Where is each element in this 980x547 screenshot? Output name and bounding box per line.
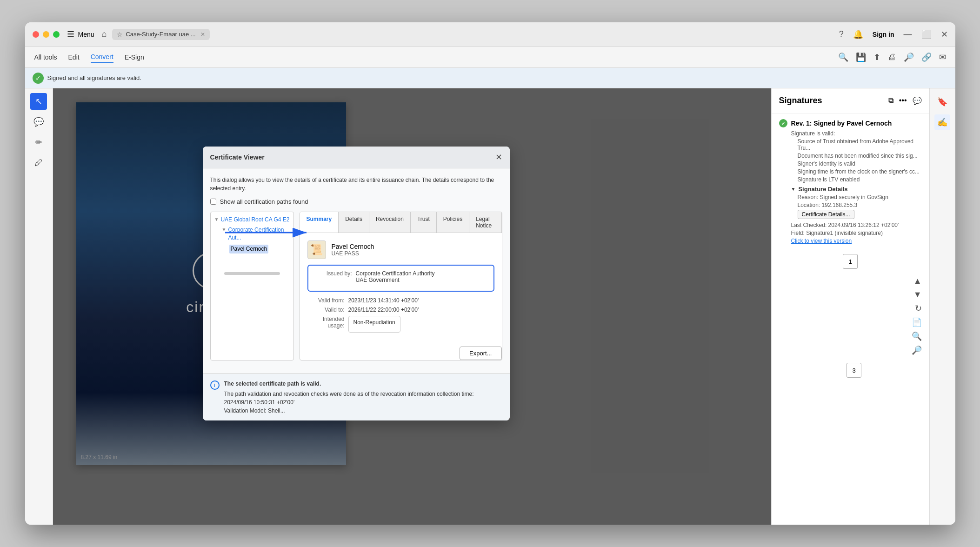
tree-item-leaf[interactable]: Pavel Cernoch — [229, 245, 290, 253]
comment-tool-button[interactable]: 💬 — [30, 113, 47, 130]
signatures-header: Signatures ⧉ ••• 💬 — [772, 88, 929, 113]
issued-by-box: Issued by: Corporate Certification Autho… — [307, 265, 494, 292]
verified-check-icon: ✓ — [33, 73, 44, 84]
valid-to-label: Valid to: — [307, 307, 345, 313]
show-all-paths-checkbox[interactable] — [210, 199, 216, 205]
more-icon[interactable]: ••• — [899, 96, 907, 105]
valid-from-value: 2023/11/23 14:31:40 +02'00' — [348, 297, 419, 304]
title-bar: ☰ Menu ⌂ ☆ Case-Study-Emaar uae ... ✕ ? … — [25, 22, 955, 47]
tab[interactable]: ☆ Case-Study-Emaar uae ... ✕ — [112, 29, 209, 40]
sig-details-section: ▼ Signature Details — [791, 186, 922, 193]
copy-icon[interactable]: ⧉ — [888, 96, 893, 105]
expand-arrow-icon[interactable]: ▼ — [913, 290, 922, 300]
collapse-icon[interactable]: ▼ — [791, 187, 796, 192]
close-button[interactable] — [33, 31, 39, 38]
traffic-lights — [33, 31, 60, 38]
certificate-viewer-dialog: Certificate Viewer ✕ This dialog allows … — [203, 147, 510, 420]
export-button[interactable]: Export... — [460, 347, 501, 360]
bookmark-icon[interactable]: 🔖 — [934, 94, 950, 110]
menu-label[interactable]: Menu — [78, 31, 94, 38]
footer-desc-text: The path validation and revocation check… — [224, 390, 502, 407]
tab-policies[interactable]: Policies — [437, 212, 469, 233]
select-tool-button[interactable]: ↖ — [30, 93, 47, 110]
tab-close-icon[interactable]: ✕ — [200, 31, 205, 38]
issued-by-name: Corporate Certification Authority — [356, 270, 435, 277]
sig-signing-time: Signing time is from the clock on the si… — [798, 168, 922, 175]
tab-revocation[interactable]: Revocation — [369, 212, 411, 233]
tab-title: Case-Study-Emaar uae ... — [126, 31, 195, 38]
toolbar-all-tools[interactable]: All tools — [34, 52, 57, 63]
upload-icon[interactable]: ⬆ — [873, 52, 880, 62]
toolbar-convert[interactable]: Convert — [91, 51, 113, 63]
zoom-icon[interactable]: 🔎 — [904, 52, 914, 62]
search-icon[interactable]: 🔍 — [838, 52, 848, 62]
draw-tool-button[interactable]: 🖊 — [30, 154, 47, 171]
zoom-in-icon[interactable]: 🔍 — [912, 331, 922, 341]
dialog-header: Certificate Viewer ✕ — [203, 147, 510, 168]
print-icon[interactable]: 🖨 — [888, 52, 896, 62]
tab-trust[interactable]: Trust — [411, 212, 437, 233]
save-icon[interactable]: 💾 — [856, 52, 866, 62]
hamburger-icon[interactable]: ☰ — [67, 29, 74, 40]
title-bar-right: ? 🔔 Sign in — ⬜ ✕ — [839, 29, 948, 40]
minimize-icon[interactable]: — — [904, 29, 912, 39]
document-icon[interactable]: 📄 — [912, 317, 922, 327]
dialog-body: This dialog allows you to view the detai… — [203, 168, 510, 374]
refresh-icon[interactable]: ↻ — [915, 303, 922, 314]
cert-person-info: Pavel Cernoch UAE PASS — [332, 243, 374, 257]
verified-text: Signed and all signatures are valid. — [47, 74, 141, 81]
footer-valid-text: The selected certificate path is valid. — [224, 380, 502, 388]
footer-text-area: The selected certificate path is valid. … — [224, 380, 502, 415]
dialog-close-button[interactable]: ✕ — [495, 152, 502, 162]
issued-by-label: Issued by: — [315, 270, 352, 277]
restore-icon[interactable]: ⬜ — [921, 29, 932, 40]
toolbar-esign[interactable]: E-Sign — [125, 52, 144, 63]
maximize-button[interactable] — [53, 31, 60, 38]
sig-details-label: Signature Details — [798, 186, 847, 193]
tree-intermediate-label: Corporate Certification Aut... — [228, 226, 289, 242]
zoom-out-icon[interactable]: 🔎 — [912, 345, 922, 355]
cert-person-name: Pavel Cernoch — [332, 243, 374, 250]
sign-in-label[interactable]: Sign in — [873, 31, 894, 38]
sig-valid-label: Signature is valid: — [791, 130, 922, 137]
tree-scrollbar[interactable] — [224, 272, 280, 275]
tree-item-intermediate[interactable]: ▼ Corporate Certification Aut... — [222, 226, 290, 242]
tab-legal-notice[interactable]: Legal Notice — [469, 212, 501, 233]
window-close-icon[interactable]: ✕ — [941, 29, 948, 40]
main-toolbar: All tools Edit Convert E-Sign 🔍 💾 ⬆ 🖨 🔎 … — [25, 47, 955, 68]
footer-info-row: i The selected certificate path is valid… — [210, 380, 502, 415]
panel-header-icons: ⧉ ••• 💬 — [888, 96, 922, 105]
mail-icon[interactable]: ✉ — [939, 52, 946, 62]
intended-usage-box: Non-Repudiation — [348, 316, 400, 333]
certificate-tabs: Summary Details Revocation Trust Policie… — [300, 212, 502, 233]
cert-org: UAE PASS — [332, 250, 374, 257]
view-version-link[interactable]: Click to view this version — [791, 238, 922, 244]
notification-icon[interactable]: 🔔 — [853, 29, 863, 40]
collapse-arrow-icon[interactable]: ▲ — [913, 276, 922, 286]
tree-child-area: ▼ Corporate Certification Aut... Pavel C… — [222, 226, 290, 253]
dialog-overlay: Certificate Viewer ✕ This dialog allows … — [53, 88, 771, 525]
sig-rev-label: Rev. 1: Signed by Pavel Cernoch — [791, 120, 892, 127]
info-icon: i — [210, 380, 220, 390]
edit-tool-button[interactable]: ✏ — [30, 134, 47, 151]
tree-item-root[interactable]: ▼ UAE Global Root CA G4 E2 — [214, 216, 290, 224]
home-icon[interactable]: ⌂ — [102, 29, 107, 39]
tab-summary[interactable]: Summary — [300, 212, 339, 233]
certificate-detail-panel: Summary Details Revocation Trust Policie… — [300, 212, 502, 360]
sig-ltv-enabled: Signature is LTV enabled — [798, 176, 922, 183]
sig-location: Location: 192.168.255.3 — [798, 202, 922, 208]
certificate-content: 📜 Pavel Cernoch UAE PASS — [300, 233, 502, 343]
signature-panel-icon[interactable]: ✍ — [934, 114, 950, 130]
cert-details-button[interactable]: Certificate Details... — [798, 210, 854, 219]
tree-child-leaf-area: Pavel Cernoch — [229, 245, 290, 253]
export-row: Export... — [300, 347, 502, 360]
toolbar-edit[interactable]: Edit — [68, 52, 80, 63]
sig-field: Field: Signature1 (invisible signature) — [791, 230, 922, 236]
comment-icon[interactable]: 💬 — [913, 96, 922, 105]
help-icon[interactable]: ? — [839, 29, 844, 39]
dialog-title: Certificate Viewer — [210, 153, 265, 161]
link-icon[interactable]: 🔗 — [921, 52, 932, 62]
signature-entry: ✓ Rev. 1: Signed by Pavel Cernoch Signat… — [772, 113, 929, 250]
tab-details[interactable]: Details — [339, 212, 369, 233]
minimize-button[interactable] — [43, 31, 49, 38]
